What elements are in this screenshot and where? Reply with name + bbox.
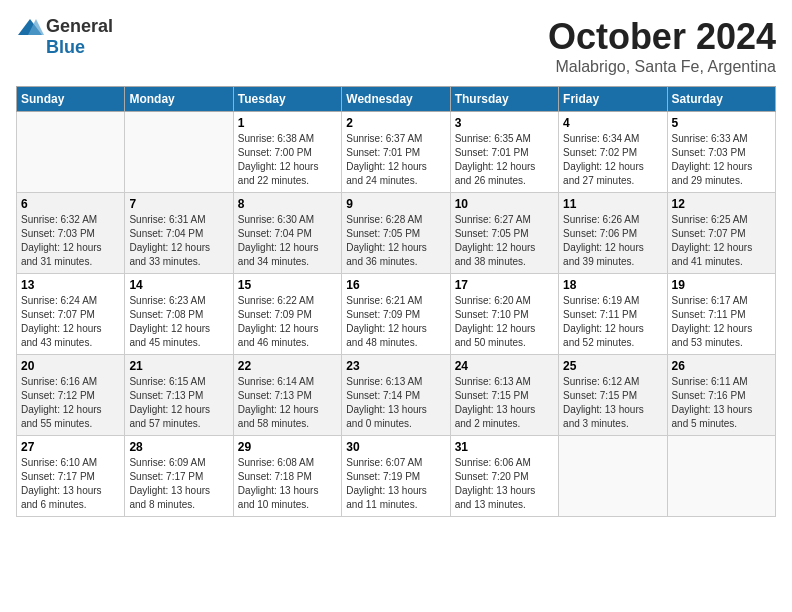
month-title: October 2024 xyxy=(548,16,776,58)
day-number: 22 xyxy=(238,359,337,373)
day-number: 12 xyxy=(672,197,771,211)
day-info: Sunrise: 6:13 AMSunset: 7:15 PMDaylight:… xyxy=(455,375,554,431)
day-number: 27 xyxy=(21,440,120,454)
day-number: 9 xyxy=(346,197,445,211)
day-info: Sunrise: 6:13 AMSunset: 7:14 PMDaylight:… xyxy=(346,375,445,431)
day-number: 3 xyxy=(455,116,554,130)
day-info: Sunrise: 6:20 AMSunset: 7:10 PMDaylight:… xyxy=(455,294,554,350)
day-info: Sunrise: 6:24 AMSunset: 7:07 PMDaylight:… xyxy=(21,294,120,350)
day-info: Sunrise: 6:30 AMSunset: 7:04 PMDaylight:… xyxy=(238,213,337,269)
day-number: 25 xyxy=(563,359,662,373)
calendar-week-row: 13Sunrise: 6:24 AMSunset: 7:07 PMDayligh… xyxy=(17,274,776,355)
calendar-cell: 31Sunrise: 6:06 AMSunset: 7:20 PMDayligh… xyxy=(450,436,558,517)
day-number: 28 xyxy=(129,440,228,454)
day-info: Sunrise: 6:34 AMSunset: 7:02 PMDaylight:… xyxy=(563,132,662,188)
day-info: Sunrise: 6:10 AMSunset: 7:17 PMDaylight:… xyxy=(21,456,120,512)
calendar-cell: 5Sunrise: 6:33 AMSunset: 7:03 PMDaylight… xyxy=(667,112,775,193)
day-info: Sunrise: 6:14 AMSunset: 7:13 PMDaylight:… xyxy=(238,375,337,431)
logo-blue: Blue xyxy=(46,37,85,58)
calendar-cell: 18Sunrise: 6:19 AMSunset: 7:11 PMDayligh… xyxy=(559,274,667,355)
calendar-header-row: SundayMondayTuesdayWednesdayThursdayFrid… xyxy=(17,87,776,112)
calendar-cell: 9Sunrise: 6:28 AMSunset: 7:05 PMDaylight… xyxy=(342,193,450,274)
weekday-header: Wednesday xyxy=(342,87,450,112)
weekday-header: Monday xyxy=(125,87,233,112)
day-info: Sunrise: 6:16 AMSunset: 7:12 PMDaylight:… xyxy=(21,375,120,431)
day-number: 19 xyxy=(672,278,771,292)
weekday-header: Tuesday xyxy=(233,87,341,112)
calendar-cell: 28Sunrise: 6:09 AMSunset: 7:17 PMDayligh… xyxy=(125,436,233,517)
page-header: General Blue October 2024 Malabrigo, San… xyxy=(16,16,776,76)
logo: General Blue xyxy=(16,16,113,58)
weekday-header: Sunday xyxy=(17,87,125,112)
calendar-cell: 13Sunrise: 6:24 AMSunset: 7:07 PMDayligh… xyxy=(17,274,125,355)
day-info: Sunrise: 6:21 AMSunset: 7:09 PMDaylight:… xyxy=(346,294,445,350)
calendar-cell xyxy=(667,436,775,517)
day-number: 15 xyxy=(238,278,337,292)
calendar-cell: 27Sunrise: 6:10 AMSunset: 7:17 PMDayligh… xyxy=(17,436,125,517)
day-info: Sunrise: 6:25 AMSunset: 7:07 PMDaylight:… xyxy=(672,213,771,269)
day-number: 11 xyxy=(563,197,662,211)
calendar-cell: 6Sunrise: 6:32 AMSunset: 7:03 PMDaylight… xyxy=(17,193,125,274)
day-info: Sunrise: 6:08 AMSunset: 7:18 PMDaylight:… xyxy=(238,456,337,512)
day-info: Sunrise: 6:32 AMSunset: 7:03 PMDaylight:… xyxy=(21,213,120,269)
day-number: 14 xyxy=(129,278,228,292)
calendar-week-row: 1Sunrise: 6:38 AMSunset: 7:00 PMDaylight… xyxy=(17,112,776,193)
day-info: Sunrise: 6:38 AMSunset: 7:00 PMDaylight:… xyxy=(238,132,337,188)
weekday-header: Friday xyxy=(559,87,667,112)
calendar-cell: 24Sunrise: 6:13 AMSunset: 7:15 PMDayligh… xyxy=(450,355,558,436)
calendar-cell: 25Sunrise: 6:12 AMSunset: 7:15 PMDayligh… xyxy=(559,355,667,436)
calendar-cell: 4Sunrise: 6:34 AMSunset: 7:02 PMDaylight… xyxy=(559,112,667,193)
calendar-cell: 22Sunrise: 6:14 AMSunset: 7:13 PMDayligh… xyxy=(233,355,341,436)
day-info: Sunrise: 6:31 AMSunset: 7:04 PMDaylight:… xyxy=(129,213,228,269)
day-info: Sunrise: 6:35 AMSunset: 7:01 PMDaylight:… xyxy=(455,132,554,188)
calendar-cell: 30Sunrise: 6:07 AMSunset: 7:19 PMDayligh… xyxy=(342,436,450,517)
day-info: Sunrise: 6:28 AMSunset: 7:05 PMDaylight:… xyxy=(346,213,445,269)
day-number: 10 xyxy=(455,197,554,211)
day-number: 2 xyxy=(346,116,445,130)
day-info: Sunrise: 6:06 AMSunset: 7:20 PMDaylight:… xyxy=(455,456,554,512)
day-number: 18 xyxy=(563,278,662,292)
calendar-cell: 3Sunrise: 6:35 AMSunset: 7:01 PMDaylight… xyxy=(450,112,558,193)
day-info: Sunrise: 6:26 AMSunset: 7:06 PMDaylight:… xyxy=(563,213,662,269)
calendar-week-row: 6Sunrise: 6:32 AMSunset: 7:03 PMDaylight… xyxy=(17,193,776,274)
calendar-cell: 8Sunrise: 6:30 AMSunset: 7:04 PMDaylight… xyxy=(233,193,341,274)
calendar-cell: 11Sunrise: 6:26 AMSunset: 7:06 PMDayligh… xyxy=(559,193,667,274)
calendar-cell: 29Sunrise: 6:08 AMSunset: 7:18 PMDayligh… xyxy=(233,436,341,517)
day-number: 29 xyxy=(238,440,337,454)
day-number: 20 xyxy=(21,359,120,373)
day-info: Sunrise: 6:37 AMSunset: 7:01 PMDaylight:… xyxy=(346,132,445,188)
calendar-cell: 17Sunrise: 6:20 AMSunset: 7:10 PMDayligh… xyxy=(450,274,558,355)
title-section: October 2024 Malabrigo, Santa Fe, Argent… xyxy=(548,16,776,76)
calendar-cell xyxy=(125,112,233,193)
calendar-cell: 26Sunrise: 6:11 AMSunset: 7:16 PMDayligh… xyxy=(667,355,775,436)
day-info: Sunrise: 6:33 AMSunset: 7:03 PMDaylight:… xyxy=(672,132,771,188)
day-number: 5 xyxy=(672,116,771,130)
calendar-cell: 20Sunrise: 6:16 AMSunset: 7:12 PMDayligh… xyxy=(17,355,125,436)
weekday-header: Saturday xyxy=(667,87,775,112)
calendar-week-row: 27Sunrise: 6:10 AMSunset: 7:17 PMDayligh… xyxy=(17,436,776,517)
calendar-cell: 15Sunrise: 6:22 AMSunset: 7:09 PMDayligh… xyxy=(233,274,341,355)
calendar-cell xyxy=(559,436,667,517)
logo-general: General xyxy=(46,16,113,37)
weekday-header: Thursday xyxy=(450,87,558,112)
calendar-cell: 14Sunrise: 6:23 AMSunset: 7:08 PMDayligh… xyxy=(125,274,233,355)
location: Malabrigo, Santa Fe, Argentina xyxy=(548,58,776,76)
day-number: 30 xyxy=(346,440,445,454)
calendar-cell: 2Sunrise: 6:37 AMSunset: 7:01 PMDaylight… xyxy=(342,112,450,193)
day-info: Sunrise: 6:19 AMSunset: 7:11 PMDaylight:… xyxy=(563,294,662,350)
day-info: Sunrise: 6:09 AMSunset: 7:17 PMDaylight:… xyxy=(129,456,228,512)
calendar-cell: 10Sunrise: 6:27 AMSunset: 7:05 PMDayligh… xyxy=(450,193,558,274)
calendar-week-row: 20Sunrise: 6:16 AMSunset: 7:12 PMDayligh… xyxy=(17,355,776,436)
calendar-cell: 23Sunrise: 6:13 AMSunset: 7:14 PMDayligh… xyxy=(342,355,450,436)
day-number: 21 xyxy=(129,359,228,373)
day-number: 23 xyxy=(346,359,445,373)
calendar-cell xyxy=(17,112,125,193)
calendar-cell: 21Sunrise: 6:15 AMSunset: 7:13 PMDayligh… xyxy=(125,355,233,436)
logo-icon xyxy=(16,17,44,37)
day-number: 6 xyxy=(21,197,120,211)
calendar-cell: 16Sunrise: 6:21 AMSunset: 7:09 PMDayligh… xyxy=(342,274,450,355)
day-number: 26 xyxy=(672,359,771,373)
day-info: Sunrise: 6:27 AMSunset: 7:05 PMDaylight:… xyxy=(455,213,554,269)
day-info: Sunrise: 6:11 AMSunset: 7:16 PMDaylight:… xyxy=(672,375,771,431)
day-number: 24 xyxy=(455,359,554,373)
